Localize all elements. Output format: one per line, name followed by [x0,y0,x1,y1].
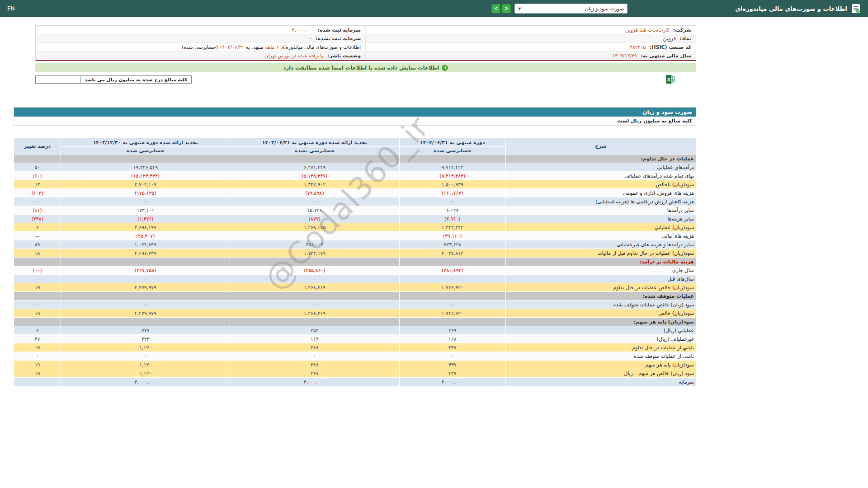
row-label: ناشي از عملیات در حال تداوم [505,343,696,352]
row-label: سایر درآمدها [505,206,696,215]
value-cell: ۰ [14,275,61,283]
fiscal-year-field: سال مالی منتهی به: ۱۴۰۴/۱۲/۲۹ [366,52,696,60]
top-header-bar: اطلاعات و صورت‌های مالی میاندوره‌ای صورت… [0,0,868,17]
value-cell: ۴,۴۷۹,۹۷۹ [61,309,230,318]
table-data-row: هزینه کاهش ارزش دریافتنی ها (هزینه استثن… [14,197,696,206]
statement-select-value: صورت سود و زیان [585,6,624,12]
registered-capital-value: ۴,۰۰۰,۰۰۰ [292,27,314,33]
value-cell: ۴۵۶,۰۰۴ [230,240,399,249]
row-label: سود(زیان) عملیاتي [505,223,696,232]
table-section-row: عملیات در حال تداوم: [14,155,696,163]
row-label: سود(زیان) پایه هر سهم: [505,318,696,326]
page-title: اطلاعات و صورت‌های مالی میاندوره‌ای [735,5,847,12]
row-label: هزینه کاهش ارزش دریافتنی ها (هزینه استثن… [505,197,696,206]
value-cell: ۱۹ [14,309,61,318]
empty-cell [61,258,230,266]
value-cell: (۱۷۵,۶۳۵) [61,189,230,197]
row-label: سود(زیان) عملیات در حال تداوم قبل از مال… [505,249,696,258]
row-label: سایر هزینه‌ها [505,215,696,223]
row-label: هزینه های مالی [505,232,696,240]
table-data-row: سال‌های قبل۰۰۰۰ [14,275,696,283]
unregistered-capital-value: ۰ [309,36,312,42]
period-length: ۶ ماهه [265,44,279,50]
value-cell: (۱۰۲) [14,189,61,197]
value-cell: ۱۹ [14,369,61,378]
value-cell: ۴,۰۰۰,۰۰۰ [230,378,399,386]
value-cell: ۲۵۴ [230,326,399,335]
empty-cell [230,258,399,266]
value-cell: ۰ [230,300,399,309]
language-toggle[interactable]: EN [7,5,15,12]
isic-value: ۳۸۴۲۱۵ [630,44,646,50]
table-section-row: هزینه مالیات بر درآمد: [14,258,696,266]
value-cell: ۰ [230,232,399,240]
row-label: سود (زیان) خالص عملیات متوقف شده [505,300,696,309]
info-row: سال مالی منتهی به: ۱۴۰۴/۱۲/۲۹ وضعیت ناشر… [36,52,696,60]
nav-forward-button[interactable]: > [502,4,511,13]
period-end-date: ۱۴۰۴/۰۶/۳۱ [220,44,245,50]
value-cell: ۶,۱۲۷ [399,206,505,215]
note-row: X کلیه مبالغ درج شده به میلیون ریال می ب… [35,75,675,84]
value-cell: (۱۵,۶۲۴,۴۴۲) [61,172,230,180]
value-cell: (۳۹,۱۶۰) [399,232,505,240]
table-data-row: ناشي از عملیات در حال تداوم۴۳۷۳۶۸۱,۱۲۰۱۹ [14,343,696,352]
column-header-period-1: دوره منتهی به ۱۴۰۴/۰۶/۳۱ [399,138,505,147]
statement-type-select[interactable]: صورت سود و زیان ▼ [514,4,627,14]
value-cell: ۱,۷۴۶,۹۲۰ [399,309,505,318]
table-data-row: غیرعملیاتي (ریال)۱۶۸۱۱۴۳۴۳۴۷ [14,335,696,343]
value-cell: ۴,۶۹۷,۷۳۷ [61,249,230,258]
table-data-row: سایر درآمدها و هزینه های غیرعملیاتی۷۲۳,۶… [14,240,696,249]
column-subheader-audit-3: حسابرسی شده [61,147,230,155]
row-label: سال‌های قبل [505,275,696,283]
chevron-down-icon: ▼ [518,7,521,11]
row-label: بهای تمام شده درآمدهای عملیاتی [505,172,696,180]
row-label: سود(زیان) خالص [505,309,696,318]
company-label: شرکت: [673,27,691,33]
excel-export-icon[interactable]: X [666,75,675,84]
company-field: شرکت: کارخانجات قند قزوین [366,26,696,34]
column-header-description: شرح [505,138,696,155]
value-cell: ۳۴۳ [61,335,230,343]
statement-amounts-note: کلیه مبالغ به میلیون ریال است [14,117,696,125]
value-cell: ۱,۰۲۴,۸۴۷ [61,240,230,249]
empty-cell [61,318,230,326]
value-cell: ۱۹ [14,361,61,369]
value-cell: ۰ [61,197,230,206]
value-cell: ۴,۰۰۰,۰۰۰ [61,378,230,386]
row-label: سایر درآمدها و هزینه های غیرعملیاتی [505,240,696,249]
value-cell: ۴۳۷ [399,369,505,378]
empty-cell [399,155,505,163]
main-content: شرکت: کارخانجات قند قزوین سرمایه ثبت شده… [14,25,696,386]
value-cell: ۷۷۷ [61,326,230,335]
row-label: عملیاتي (ریال) [505,326,696,335]
isic-field: کد صنعت (ISIC): ۳۸۴۲۱۵ [366,43,696,51]
signature-match-banner: i اطلاعات نمایش داده شده با اطلاعات امضا… [35,63,696,72]
table-data-row: درآمدهاي عملياتي۹,۷۱۴,۴۲۳۶,۴۷۱,۲۴۹۱۹,۳۲۶… [14,163,696,172]
table-header-row: شرح دوره منتهی به ۱۴۰۴/۰۶/۳۱ تجدید ارائه… [14,138,696,147]
value-cell: ۴,۴۷۹,۹۷۹ [61,283,230,292]
info-icon: i [442,65,448,71]
period-middle-text: منتهی به [246,44,264,50]
value-cell: ۰ [14,378,61,386]
statement-nav-buttons: > < [491,4,511,13]
value-cell: (۸,۲۱۳,۴۸۴) [399,172,505,180]
row-label: سود(زیان) پایه هر سهم [505,361,696,369]
value-cell: ۰ [230,275,399,283]
row-label: هزینه های فروش، اداری و عمومی [505,189,696,197]
row-label: سود(زیان) ناخالص [505,180,696,189]
value-cell: ۱۵,۷۴۸ [230,206,399,215]
value-cell: ۱,۱۲۰ [61,361,230,369]
table-section-row: عملیات متوقف شده: [14,292,696,300]
isic-label: کد صنعت (ISIC): [650,44,691,50]
row-label: هزینه مالیات بر درآمد: [505,258,696,266]
value-cell: ۴۳۷ [399,343,505,352]
value-cell: ۴۷ [14,335,61,343]
row-label: سود(زیان) خالص عملیات در حال تداوم [505,283,696,292]
value-cell: (۲۳۸) [14,215,61,223]
nav-back-button[interactable]: < [491,4,500,13]
value-cell: ۱۸ [14,249,61,258]
value-cell: ۰ [230,352,399,361]
svg-text:X: X [667,77,670,82]
table-section-row: سود(زیان) پایه هر سهم: [14,318,696,326]
value-cell: ۱,۴۶۸,۳۱۹ [230,309,399,318]
